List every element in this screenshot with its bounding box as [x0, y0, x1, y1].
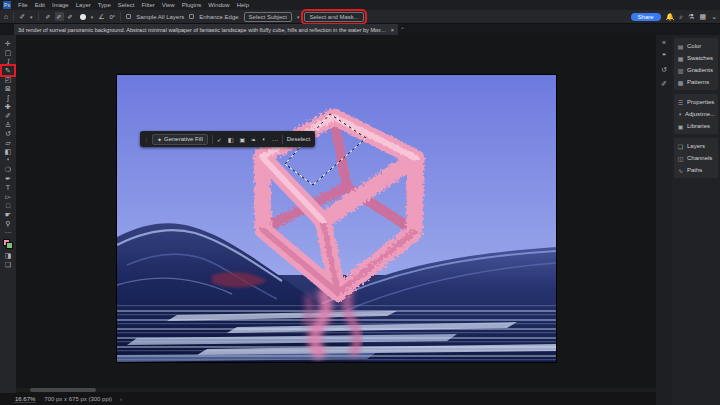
menu-filter[interactable]: Filter	[141, 2, 154, 8]
share-button[interactable]: Share	[631, 13, 661, 21]
marquee-tool[interactable]: ▢	[2, 48, 14, 57]
panel-tab-patterns[interactable]: ▩Patterns	[674, 76, 718, 88]
shape-tool[interactable]: □	[2, 201, 14, 210]
dodge-tool[interactable]: ❍	[2, 165, 14, 174]
bell-icon[interactable]: 🔔	[666, 13, 675, 21]
menu-plugins[interactable]: Plugins	[182, 2, 202, 8]
zoom-level-field[interactable]: 16.67%	[14, 396, 36, 403]
move-tool[interactable]: ✛	[2, 39, 14, 48]
mask-icon[interactable]: ◐	[262, 136, 266, 142]
panel-tab-properties[interactable]: ☰Properties	[674, 96, 718, 108]
panel-tab-adjustme[interactable]: ◑Adjustme...	[674, 108, 718, 120]
layout-icon[interactable]: ▦	[700, 13, 707, 21]
select-subject-button[interactable]: Select Subject	[244, 12, 292, 22]
edit-toolbar[interactable]: ⋯	[2, 228, 14, 237]
menu-type[interactable]: Type	[98, 2, 111, 8]
home-icon[interactable]: ⌂	[4, 13, 8, 20]
background-color-swatch[interactable]	[6, 242, 13, 249]
panel-tab-gradients[interactable]: ▥Gradients	[674, 64, 718, 76]
quick-mask-icon[interactable]: ◨	[2, 251, 14, 260]
panel-tab-libraries[interactable]: ▣Libraries	[674, 120, 718, 132]
panel-label: Patterns	[687, 79, 709, 85]
menu-view[interactable]: View	[162, 2, 175, 8]
clone-stamp-tool[interactable]: ♙	[2, 120, 14, 129]
contextual-taskbar[interactable]: ⋮ ✦ Generative Fill ✓◧▣❧◐⋯ Deselect	[140, 131, 315, 147]
generative-fill-label: Generative Fill	[164, 136, 203, 142]
menu-edit[interactable]: Edit	[35, 2, 45, 8]
close-icon[interactable]: ×	[391, 27, 394, 33]
history-icon[interactable]: ↺	[661, 66, 667, 74]
eraser-tool[interactable]: ▱	[2, 138, 14, 147]
deselect-button[interactable]: Deselect	[287, 136, 310, 142]
quick-select-subtract-icon[interactable]: ✐	[66, 12, 75, 21]
more-options-icon[interactable]: ⋯	[272, 136, 278, 143]
invert-selection-icon[interactable]: ◧	[228, 136, 234, 143]
menu-layer[interactable]: Layer	[76, 2, 91, 8]
document-canvas[interactable]	[117, 75, 556, 362]
scrollbar-thumb[interactable]	[30, 388, 96, 392]
status-bar: 16.67% 700 px x 675 px (300 ppi) ›	[0, 393, 656, 405]
chevron-down-icon[interactable]: ▾	[91, 14, 94, 20]
panel-tab-swatches[interactable]: ▦Swatches	[674, 52, 718, 64]
pasteboard: ⋮ ✦ Generative Fill ✓◧▣❧◐⋯ Deselect	[16, 35, 656, 393]
panel-tab-channels[interactable]: ◫Channels	[674, 152, 718, 164]
brush-picker-icon[interactable]	[80, 14, 86, 20]
chevron-down-icon[interactable]: ▾	[297, 14, 300, 20]
quick-select-add-icon[interactable]: ✐	[55, 12, 64, 21]
chevron-down-icon[interactable]: ▾	[30, 14, 33, 20]
properties-icon: ☰	[677, 99, 684, 106]
healing-brush-tool[interactable]: ✚	[2, 102, 14, 111]
frame-tool[interactable]: ⊠	[2, 84, 14, 93]
separator	[212, 135, 213, 144]
workspace-icon[interactable]: ⚗	[688, 13, 694, 21]
blur-tool[interactable]: ❛	[2, 156, 14, 165]
menu-help[interactable]: Help	[237, 2, 249, 8]
chevron-right-icon[interactable]: ›	[120, 396, 122, 402]
select-and-mask-button[interactable]: Select and Mask...	[304, 12, 363, 22]
generative-fill-button[interactable]: ✦ Generative Fill	[152, 134, 208, 145]
expand-panels-icon[interactable]: «	[662, 39, 666, 46]
chevron-down-icon[interactable]: ⌄	[711, 13, 717, 21]
menu-file[interactable]: File	[18, 2, 28, 8]
brush-angle-value[interactable]: 0°	[109, 14, 115, 20]
feather-selection-icon[interactable]: ❧	[251, 136, 256, 143]
tool-preset-icon[interactable]: ✐	[19, 13, 25, 21]
pen-tool[interactable]: ✒	[2, 174, 14, 183]
panel-tab-color[interactable]: ▤Color	[674, 40, 718, 52]
comments-icon[interactable]: ❝	[662, 52, 666, 60]
horizontal-scrollbar[interactable]	[16, 388, 656, 392]
history-brush-tool[interactable]: ↺	[2, 129, 14, 138]
screen-mode-icon[interactable]: ❏	[2, 260, 14, 269]
modify-selection-icon[interactable]: ✓	[217, 136, 222, 143]
drag-handle-icon[interactable]: ⋮	[143, 136, 148, 143]
lasso-tool[interactable]: ʆ	[2, 57, 14, 66]
quick-selection-tool[interactable]: ✎	[2, 66, 14, 75]
annotate-icon[interactable]: ✐	[661, 80, 667, 88]
document-title: 3d render of surreal panoramic backgroun…	[18, 27, 388, 33]
sample-all-layers-checkbox[interactable]	[126, 14, 131, 19]
menu-window[interactable]: Window	[208, 2, 229, 8]
menu-select[interactable]: Select	[118, 2, 135, 8]
brush-angle-icon[interactable]: ∠	[98, 13, 104, 21]
panel-tab-paths[interactable]: ∿Paths	[674, 164, 718, 176]
color-icon: ▤	[677, 43, 684, 50]
options-bar: ⌂ ✐ ▾ ✐✐✐ ▾ ∠ 0° Sample All Layers Enhan…	[0, 10, 720, 24]
path-selection-tool[interactable]: ▻	[2, 192, 14, 201]
crop-tool[interactable]: ◰	[2, 75, 14, 84]
menu-image[interactable]: Image	[52, 2, 69, 8]
type-tool[interactable]: T	[2, 183, 14, 192]
panel-tab-layers[interactable]: ❏Layers	[674, 140, 718, 152]
search-icon[interactable]: ⌕	[679, 13, 683, 21]
brush-tool[interactable]: ✐	[2, 111, 14, 120]
eyedropper-tool[interactable]: ʃ	[2, 93, 14, 102]
tab-overflow-chevron[interactable]: ⌃	[400, 26, 405, 33]
gradient-tool[interactable]: ◧	[2, 147, 14, 156]
document-tab[interactable]: 3d render of surreal panoramic backgroun…	[14, 24, 398, 35]
zoom-tool[interactable]: ⚲	[2, 219, 14, 228]
separator	[282, 135, 283, 144]
quick-select-new-icon[interactable]: ✐	[44, 12, 53, 21]
hand-tool[interactable]: ☛	[2, 210, 14, 219]
transform-selection-icon[interactable]: ▣	[239, 136, 245, 143]
enhance-edge-checkbox[interactable]	[189, 14, 194, 19]
panel-group: ☰Properties◑Adjustme...▣Libraries	[674, 94, 718, 134]
